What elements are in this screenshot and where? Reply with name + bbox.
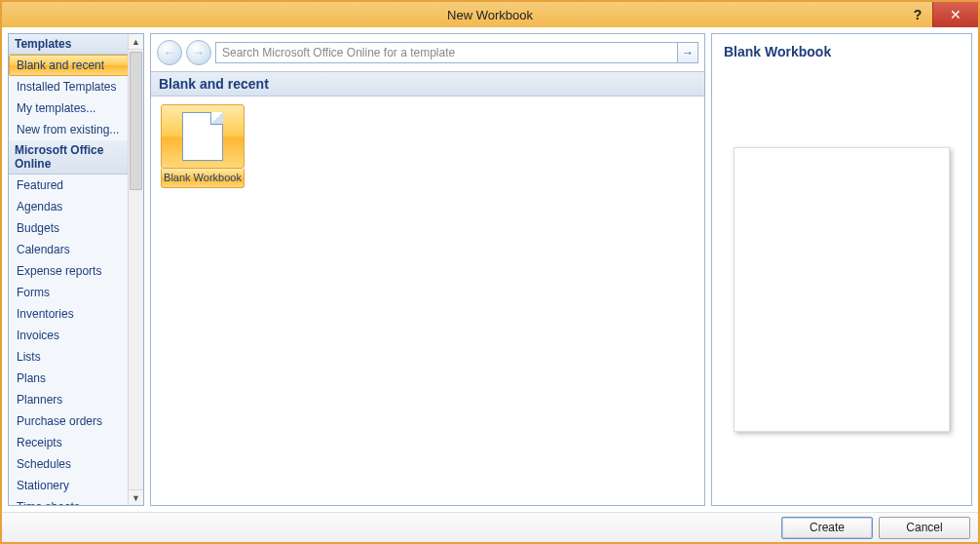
sidebar-header-office-online: Microsoft Office Online <box>9 140 129 175</box>
titlebar: New Workbook ? ✕ <box>2 2 978 27</box>
center-toolbar: ← → → <box>151 34 704 71</box>
sidebar-item-receipts[interactable]: Receipts <box>9 432 129 453</box>
arrow-right-icon: → <box>193 46 205 59</box>
scroll-track[interactable] <box>129 50 143 489</box>
preview-title: Blank Workbook <box>724 44 960 59</box>
nav-back-button[interactable]: ← <box>157 40 182 65</box>
template-tile-blank-workbook[interactable]: Blank Workbook <box>159 104 246 188</box>
window-title: New Workbook <box>2 8 978 22</box>
arrow-right-icon: → <box>682 46 694 59</box>
sidebar-item-purchase-orders[interactable]: Purchase orders <box>9 410 129 432</box>
search-go-button[interactable]: → <box>677 43 697 62</box>
help-button[interactable]: ? <box>903 2 932 27</box>
dialog-body: Templates Blank and recent Installed Tem… <box>2 27 978 512</box>
search-input[interactable] <box>216 43 677 62</box>
sidebar-header-templates: Templates <box>9 34 129 55</box>
sidebar-item-forms[interactable]: Forms <box>9 282 129 303</box>
sidebar-item-blank-and-recent[interactable]: Blank and recent <box>9 55 129 76</box>
dialog-footer: Create Cancel <box>2 512 978 542</box>
sidebar-item-invoices[interactable]: Invoices <box>9 325 129 346</box>
search-box: → <box>215 42 698 63</box>
preview-panel: Blank Workbook <box>711 33 972 506</box>
create-button[interactable]: Create <box>781 517 873 539</box>
arrow-left-icon: ← <box>164 46 175 59</box>
sidebar-item-new-from-existing[interactable]: New from existing... <box>9 119 129 140</box>
scroll-down-button[interactable]: ▼ <box>129 489 143 505</box>
template-tile-label: Blank Workbook <box>161 169 245 188</box>
new-workbook-dialog: New Workbook ? ✕ Templates Blank and rec… <box>0 0 980 544</box>
sidebar-item-time-sheets[interactable]: Time sheets <box>9 496 129 505</box>
sidebar-scrollbar[interactable]: ▲ ▼ <box>128 34 143 505</box>
sidebar-item-calendars[interactable]: Calendars <box>9 239 129 260</box>
close-button[interactable]: ✕ <box>932 2 978 27</box>
document-icon <box>182 112 223 161</box>
section-header: Blank and recent <box>151 71 704 97</box>
sidebar-item-expense-reports[interactable]: Expense reports <box>9 260 129 282</box>
preview-thumbnail <box>734 147 950 432</box>
sidebar-item-budgets[interactable]: Budgets <box>9 217 129 239</box>
sidebar-item-installed-templates[interactable]: Installed Templates <box>9 76 129 97</box>
sidebar-item-inventories[interactable]: Inventories <box>9 303 129 325</box>
sidebar-item-featured[interactable]: Featured <box>9 175 129 196</box>
sidebar-item-agendas[interactable]: Agendas <box>9 196 129 217</box>
sidebar-item-plans[interactable]: Plans <box>9 368 129 389</box>
window-controls: ? ✕ <box>903 2 978 27</box>
template-gallery: Blank Workbook <box>151 97 704 505</box>
chevron-up-icon: ▲ <box>132 37 140 47</box>
center-panel: ← → → Blank and recent Bla <box>150 33 705 506</box>
sidebar-item-my-templates[interactable]: My templates... <box>9 97 129 119</box>
sidebar-item-lists[interactable]: Lists <box>9 346 129 368</box>
nav-forward-button[interactable]: → <box>186 40 211 65</box>
cancel-button[interactable]: Cancel <box>879 517 970 539</box>
scroll-thumb[interactable] <box>130 52 142 190</box>
sidebar-item-planners[interactable]: Planners <box>9 389 129 410</box>
scroll-up-button[interactable]: ▲ <box>129 34 143 50</box>
template-tile-icon <box>161 104 245 169</box>
chevron-down-icon: ▼ <box>132 493 140 503</box>
sidebar-item-stationery[interactable]: Stationery <box>9 475 129 496</box>
sidebar-item-schedules[interactable]: Schedules <box>9 453 129 475</box>
templates-sidebar: Templates Blank and recent Installed Tem… <box>8 33 144 506</box>
close-icon: ✕ <box>950 7 961 22</box>
